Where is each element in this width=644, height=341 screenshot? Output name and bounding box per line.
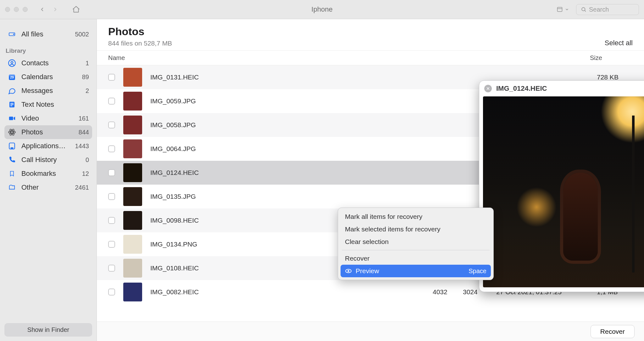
preview-image (483, 96, 644, 287)
sidebar-item-label: All files (21, 30, 43, 38)
context-menu-item-preview[interactable]: Preview Space (341, 265, 491, 277)
sidebar-item-calendars[interactable]: 29Calendars89 (4, 70, 92, 84)
row-checkbox[interactable] (108, 265, 115, 272)
context-menu-label: Mark selected items for recovery (345, 225, 440, 233)
column-size[interactable]: Size (590, 54, 637, 62)
sidebar-item-bookmarks[interactable]: Bookmarks12 (4, 167, 92, 181)
sidebar-item-contacts[interactable]: Contacts1 (4, 56, 92, 70)
sidebar-item-label: Photos (21, 128, 43, 136)
svg-line-3 (585, 10, 586, 11)
thumbnail (123, 92, 142, 111)
file-name: IMG_0058.JPG (150, 121, 433, 129)
context-menu-item[interactable]: Clear selection (341, 235, 491, 248)
view-switch-button[interactable] (553, 4, 572, 14)
sidebar-item-label: Text Notes (21, 100, 54, 109)
context-menu-item[interactable]: Recover (341, 252, 491, 265)
row-checkbox[interactable] (108, 122, 115, 128)
file-name: IMG_0064.JPG (150, 145, 433, 153)
file-name: IMG_0131.HEIC (150, 73, 433, 81)
sidebar-item-label: Messages (21, 87, 53, 95)
sidebar-item-label: Bookmarks (21, 170, 56, 178)
search-placeholder: Search (589, 6, 609, 13)
preview-title: IMG_0124.HEIC (496, 84, 547, 93)
row-checkbox[interactable] (108, 98, 115, 105)
select-all-button[interactable]: Select all (605, 39, 633, 47)
main-panel: Photos 844 files on 528,7 MB Select all … (97, 19, 644, 341)
row-checkbox[interactable] (108, 169, 115, 176)
home-button[interactable] (70, 4, 82, 15)
context-menu-item[interactable]: Mark selected items for recovery (341, 223, 491, 235)
contacts-icon (8, 59, 16, 68)
window-title: Iphone (0, 5, 644, 14)
search-icon (581, 7, 586, 12)
svg-text:29: 29 (10, 75, 14, 79)
svg-point-24 (347, 270, 349, 272)
sidebar: All files 5002 Library Contacts129Calend… (0, 19, 97, 341)
sidebar-item-apps[interactable]: Applications…1443 (4, 139, 92, 153)
sidebar-item-label: Applications… (21, 142, 66, 150)
row-checkbox[interactable] (108, 241, 115, 248)
close-icon[interactable] (484, 85, 492, 92)
disk-icon (8, 30, 16, 39)
svg-point-17 (11, 131, 13, 133)
minimize-window-icon[interactable] (14, 7, 19, 12)
titlebar: Iphone Search (0, 0, 644, 19)
svg-point-2 (582, 8, 585, 11)
row-checkbox[interactable] (108, 193, 115, 200)
sidebar-item-count: 89 (82, 73, 89, 81)
row-checkbox[interactable] (108, 289, 115, 295)
recover-button[interactable]: Recover (591, 325, 635, 338)
context-menu-label: Preview (356, 267, 379, 275)
sidebar-item-calls[interactable]: Call History0 (4, 153, 92, 167)
page-title: Photos (108, 25, 172, 38)
context-menu-item[interactable]: Mark all items for recovery (341, 210, 491, 223)
sidebar-item-count: 844 (79, 129, 89, 136)
back-button[interactable] (36, 4, 48, 15)
thumbnail (123, 283, 142, 301)
row-checkbox[interactable] (108, 217, 115, 224)
svg-rect-13 (10, 104, 14, 105)
file-size: 728 KB (597, 73, 644, 81)
thumbnail (123, 259, 142, 278)
window-controls (5, 7, 28, 12)
sidebar-item-count: 1443 (75, 143, 89, 150)
thumbnail (123, 68, 142, 87)
sidebar-item-count: 12 (82, 170, 89, 177)
sidebar-item-video[interactable]: Video161 (4, 111, 92, 125)
sidebar-item-count: 161 (79, 115, 89, 122)
context-menu-shortcut: Space (469, 268, 486, 275)
sidebar-item-photos[interactable]: Photos844 (4, 125, 92, 139)
sidebar-item-other[interactable]: Other2461 (4, 181, 92, 194)
row-checkbox[interactable] (108, 74, 115, 81)
sidebar-item-label: Video (21, 114, 39, 122)
close-window-icon[interactable] (5, 7, 10, 12)
photos-icon (8, 128, 16, 137)
sidebar-item-messages[interactable]: Messages2 (4, 84, 92, 98)
apps-icon (8, 142, 16, 150)
thumbnail (123, 187, 142, 206)
svg-rect-0 (558, 7, 562, 11)
sidebar-item-count: 0 (86, 156, 89, 164)
thumbnail (123, 211, 142, 230)
bookmarks-icon (8, 169, 16, 178)
video-icon (8, 114, 16, 123)
calendars-icon: 29 (8, 73, 16, 81)
sidebar-item-all-files[interactable]: All files 5002 (4, 27, 92, 41)
textnotes-icon (8, 100, 16, 109)
column-name[interactable]: Name (108, 54, 426, 62)
forward-button[interactable] (50, 4, 61, 15)
row-checkbox[interactable] (108, 145, 115, 152)
search-input[interactable]: Search (576, 4, 639, 15)
main-footer: Recover (97, 322, 644, 341)
file-name: IMG_0135.JPG (150, 193, 433, 200)
sidebar-item-label: Other (21, 183, 39, 192)
sidebar-item-label: Call History (21, 156, 57, 164)
fullscreen-window-icon[interactable] (23, 7, 28, 12)
context-menu-label: Mark all items for recovery (345, 213, 422, 220)
file-name: IMG_0082.HEIC (150, 288, 433, 296)
sidebar-item-count: 1 (86, 60, 89, 67)
sidebar-item-textnotes[interactable]: Text Notes (4, 98, 92, 111)
svg-point-7 (11, 62, 13, 64)
show-in-finder-button[interactable]: Show in Finder (4, 323, 92, 337)
thumbnail (123, 163, 142, 182)
